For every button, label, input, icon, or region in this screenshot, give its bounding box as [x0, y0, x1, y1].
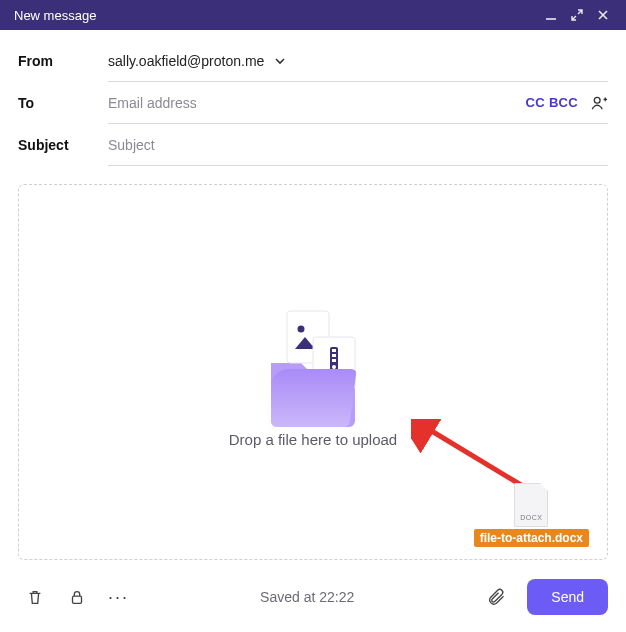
svg-rect-10 — [332, 349, 336, 352]
svg-point-3 — [594, 97, 600, 103]
svg-point-13 — [332, 365, 336, 369]
cc-button[interactable]: CC BCC — [526, 95, 578, 110]
dragged-file-name: file-to-attach.docx — [474, 529, 589, 547]
from-row: From sally.oakfield@proton.me — [18, 40, 608, 82]
to-input[interactable] — [108, 91, 526, 115]
to-row: To CC BCC — [18, 82, 608, 124]
save-status: Saved at 22:22 — [143, 589, 471, 605]
svg-rect-11 — [332, 354, 336, 357]
add-contact-icon[interactable] — [590, 94, 608, 112]
close-icon[interactable] — [590, 0, 616, 30]
file-dropzone[interactable]: Drop a file here to upload DOCX file-to-… — [18, 184, 608, 560]
lock-icon[interactable] — [60, 580, 94, 614]
dragged-file[interactable]: DOCX file-to-attach.docx — [474, 483, 589, 547]
trash-icon[interactable] — [18, 580, 52, 614]
to-field-wrap: CC BCC — [108, 82, 608, 124]
subject-row: Subject — [18, 124, 608, 166]
svg-rect-12 — [332, 359, 336, 362]
body-area: Drop a file here to upload DOCX file-to-… — [0, 166, 626, 578]
chevron-down-icon — [274, 55, 286, 67]
svg-point-7 — [298, 325, 305, 332]
titlebar: New message — [0, 0, 626, 30]
drag-arrow-annotation — [411, 419, 531, 489]
compose-header: From sally.oakfield@proton.me To CC BCC … — [0, 30, 626, 166]
window-title: New message — [14, 8, 538, 23]
file-icon: DOCX — [514, 483, 548, 527]
compose-footer: ··· Saved at 22:22 Send — [0, 578, 626, 632]
send-button[interactable]: Send — [527, 579, 608, 615]
from-selector[interactable]: sally.oakfield@proton.me — [108, 40, 608, 82]
subject-label: Subject — [18, 137, 108, 153]
subject-field-wrap — [108, 124, 608, 166]
minimize-button[interactable] — [538, 0, 564, 30]
subject-input[interactable] — [108, 133, 608, 157]
attachment-icon[interactable] — [479, 580, 513, 614]
svg-line-14 — [425, 427, 521, 485]
folder-illustration — [253, 297, 373, 417]
svg-rect-15 — [73, 596, 82, 603]
to-label: To — [18, 95, 108, 111]
expand-icon[interactable] — [564, 0, 590, 30]
from-value: sally.oakfield@proton.me — [108, 53, 264, 69]
more-options-icon[interactable]: ··· — [102, 587, 135, 608]
from-label: From — [18, 53, 108, 69]
